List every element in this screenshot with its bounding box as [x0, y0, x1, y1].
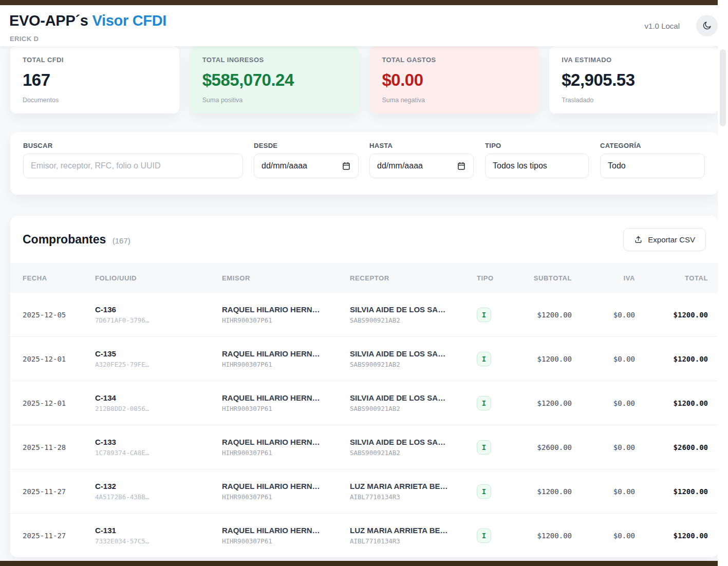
page-title: EVO-APP´s Visor CFDI	[9, 12, 166, 29]
receptor-rfc: SABS900921AB2	[350, 316, 477, 324]
cell-fecha: 2025-12-05	[23, 311, 95, 319]
card-sub: Suma negativa	[382, 97, 527, 104]
uuid-label: 4A5172B6-43BB…	[95, 493, 222, 501]
uuid-label: 212B8DD2-0856…	[95, 405, 222, 412]
table-body: 2025-12-05 C-136 7D671AF0-3796… RAQUEL H…	[10, 293, 718, 557]
cell-fecha: 2025-11-28	[23, 443, 95, 451]
table-row[interactable]: 2025-11-27 C-132 4A5172B6-43BB… RAQUEL H…	[10, 469, 718, 514]
calendar-icon[interactable]	[457, 161, 466, 171]
tipo-label: TIPO	[485, 142, 589, 149]
table-row[interactable]: 2025-12-01 C-134 212B8DD2-0856… RAQUEL H…	[10, 381, 718, 425]
receptor-name: LUZ MARIA ARRIETA BE…	[350, 526, 477, 535]
emisor-name: RAQUEL HILARIO HERN…	[222, 438, 350, 446]
card-label: TOTAL GASTOS	[382, 56, 527, 64]
cell-fecha: 2025-11-27	[23, 487, 95, 496]
cell-subtotal: $1200.00	[508, 487, 572, 496]
emisor-name: RAQUEL HILARIO HERN…	[222, 393, 350, 402]
table-head: Comprobantes (167) Exportar CSV	[10, 216, 718, 263]
card-value: $585,070.24	[202, 70, 347, 90]
cell-tipo: I	[477, 440, 508, 455]
receptor-rfc: AIBL7710134R3	[350, 537, 477, 545]
cell-folio-uuid: C-131 7332E034-57C5…	[95, 526, 222, 545]
hasta-date-input[interactable]: dd/mm/aaaa	[369, 154, 474, 178]
cell-total: $1200.00	[635, 311, 708, 319]
card-sub: Documentos	[23, 97, 167, 104]
cell-subtotal: $1200.00	[508, 311, 572, 319]
cell-total: $1200.00	[635, 355, 708, 363]
moon-icon	[702, 21, 712, 31]
folio-label: C-136	[95, 305, 222, 314]
cell-emisor: RAQUEL HILARIO HERN… HIHR900307P61	[222, 349, 350, 368]
column-header-subtotal: SUBTOTAL	[508, 274, 572, 282]
hasta-label: HASTA	[369, 142, 474, 149]
export-csv-button[interactable]: Exportar CSV	[623, 228, 706, 251]
cell-fecha: 2025-11-27	[23, 532, 95, 540]
card-sub: Trasladado	[562, 97, 706, 104]
cell-tipo: I	[477, 352, 508, 366]
table-header-row: FECHA FOLIO/UUID EMISOR RECEPTOR TIPO SU…	[10, 263, 718, 293]
scrollbar-thumb[interactable]	[720, 49, 726, 126]
table-row[interactable]: 2025-12-01 C-135 A320FE25-79FE… RAQUEL H…	[10, 337, 718, 381]
filters-panel: BUSCAR DESDE dd/mm/aaaa HASTA dd/mm/aaaa…	[10, 132, 718, 195]
header-right: v1.0 Local	[645, 5, 718, 46]
cell-subtotal: $1200.00	[508, 355, 572, 363]
uuid-label: 7332E034-57C5…	[95, 537, 222, 545]
cell-emisor: RAQUEL HILARIO HERN… HIHR900307P61	[222, 305, 350, 324]
tipo-badge: I	[477, 440, 491, 455]
emisor-rfc: HIHR900307P61	[222, 449, 350, 457]
emisor-rfc: HIHR900307P61	[222, 361, 350, 368]
card-total-cfdi: TOTAL CFDI 167 Documentos	[10, 46, 179, 114]
cell-subtotal: $1200.00	[508, 532, 572, 540]
cell-total: $2600.00	[635, 443, 708, 451]
receptor-rfc: SABS900921AB2	[350, 449, 477, 457]
cell-subtotal: $2600.00	[508, 443, 572, 451]
receptor-rfc: AIBL7710134R3	[350, 493, 477, 501]
categoria-label: CATEGORÍA	[600, 142, 705, 149]
column-header-tipo: TIPO	[477, 274, 508, 282]
column-header-fecha: FECHA	[23, 274, 95, 282]
desde-date-input[interactable]: dd/mm/aaaa	[254, 154, 359, 178]
table-row[interactable]: 2025-12-05 C-136 7D671AF0-3796… RAQUEL H…	[10, 293, 718, 337]
upload-icon	[634, 235, 643, 244]
categoria-select[interactable]: Todo	[600, 154, 705, 178]
folio-label: C-133	[95, 438, 222, 446]
cell-total: $1200.00	[635, 399, 708, 407]
cell-tipo: I	[477, 484, 508, 499]
cell-emisor: RAQUEL HILARIO HERN… HIHR900307P61	[222, 438, 350, 457]
search-input[interactable]	[23, 154, 243, 178]
tipo-badge: I	[477, 396, 491, 410]
user-name: ERICK D	[10, 35, 39, 43]
cell-iva: $0.00	[572, 311, 635, 319]
emisor-name: RAQUEL HILARIO HERN…	[222, 349, 350, 358]
emisor-rfc: HIHR900307P61	[222, 405, 350, 412]
receptor-rfc: SABS900921AB2	[350, 405, 477, 412]
calendar-icon[interactable]	[342, 161, 351, 171]
theme-toggle-button[interactable]	[696, 15, 718, 36]
cell-emisor: RAQUEL HILARIO HERN… HIHR900307P61	[222, 526, 350, 545]
card-total-gastos: TOTAL GASTOS $0.00 Suma negativa	[370, 46, 539, 114]
emisor-rfc: HIHR900307P61	[222, 316, 350, 324]
desde-label: DESDE	[254, 142, 359, 149]
table-row[interactable]: 2025-11-28 C-133 1C789374-CA8E… RAQUEL H…	[10, 425, 718, 469]
receptor-name: LUZ MARIA ARRIETA BE…	[350, 482, 477, 490]
app-title-primary: EVO-APP´s	[9, 12, 88, 29]
tipo-select[interactable]: Todos los tipos	[485, 154, 589, 178]
cell-receptor: SILVIA AIDE DE LOS SA… SABS900921AB2	[350, 438, 477, 457]
app-title-accent: Visor CFDI	[92, 12, 166, 29]
cell-tipo: I	[477, 308, 508, 322]
folio-label: C-131	[95, 526, 222, 535]
column-header-iva: IVA	[572, 274, 635, 282]
top-accent-bar	[0, 0, 718, 5]
app-header: EVO-APP´s Visor CFDI ERICK D v1.0 Local	[0, 5, 728, 46]
cell-iva: $0.00	[572, 443, 635, 451]
column-header-receptor: RECEPTOR	[350, 274, 477, 282]
table-row[interactable]: 2025-11-27 C-131 7332E034-57C5… RAQUEL H…	[10, 514, 718, 557]
version-label: v1.0 Local	[645, 22, 680, 30]
cell-fecha: 2025-12-01	[23, 355, 95, 363]
column-header-folio-uuid: FOLIO/UUID	[95, 274, 222, 282]
cell-folio-uuid: C-136 7D671AF0-3796…	[95, 305, 222, 324]
scrollbar-track[interactable]	[718, 0, 728, 566]
cell-receptor: SILVIA AIDE DE LOS SA… SABS900921AB2	[350, 305, 477, 324]
table-count: (167)	[113, 236, 130, 245]
receptor-name: SILVIA AIDE DE LOS SA…	[350, 305, 477, 314]
